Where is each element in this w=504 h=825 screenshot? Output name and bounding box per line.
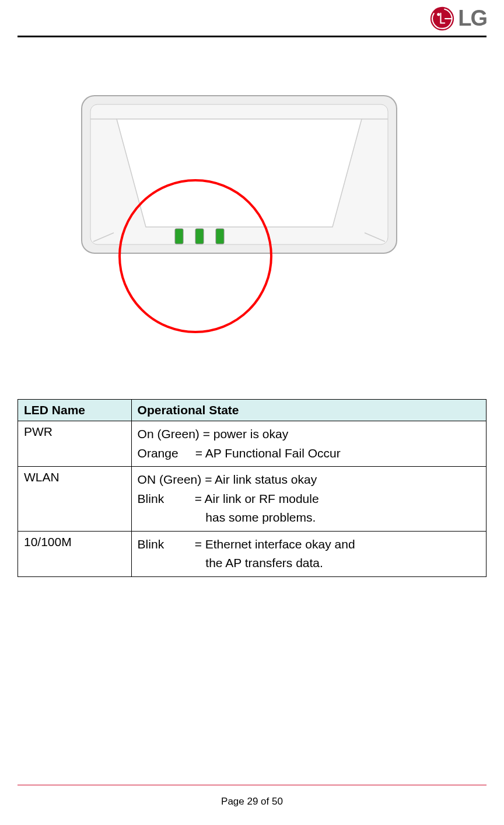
led-name-cell: PWR [18,421,132,467]
table-header-operational-state: Operational State [131,400,486,421]
lg-logo-text: LG [458,6,487,31]
operational-state-cell: ON (Green) = Air link status okay Blink … [131,467,486,532]
operational-state-cell: On (Green) = power is okay Orange = AP F… [131,421,486,467]
table-row: PWR On (Green) = power is okay Orange = … [18,421,487,467]
page-footer: Page 29 of 50 [18,785,487,825]
led-table: LED Name Operational State PWR On (Green… [18,399,487,577]
svg-marker-4 [117,119,362,227]
lg-logo-icon [430,6,454,31]
table-row: WLAN ON (Green) = Air link status okay B… [18,467,487,532]
led-name-cell: 10/100M [18,531,132,576]
lg-logo: LG [430,6,487,31]
operational-state-cell: Blink = Ethernet interface okay and the … [131,531,486,576]
page-header: LG [18,0,487,37]
table-row: 10/100M Blink = Ethernet interface okay … [18,531,487,576]
svg-point-1 [437,13,440,16]
svg-rect-7 [175,229,183,244]
led-name-cell: WLAN [18,467,132,532]
svg-rect-9 [216,229,224,244]
svg-rect-8 [195,229,204,244]
page-number: Page 29 of 50 [221,796,283,807]
device-diagram [70,84,408,341]
table-header-led-name: LED Name [18,400,132,421]
